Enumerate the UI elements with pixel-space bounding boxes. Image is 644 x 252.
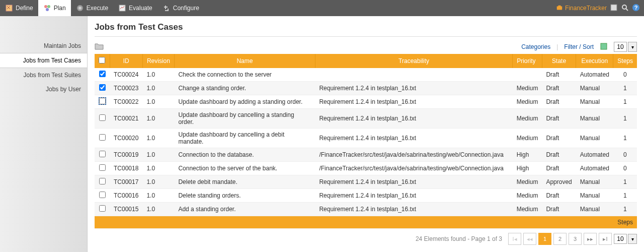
row-checkbox[interactable]	[99, 71, 106, 77]
cell-priority: High	[513, 148, 542, 162]
svg-line-11	[626, 9, 628, 11]
cell-execution: Automated	[576, 162, 613, 175]
cell-name: Change a standing order.	[174, 82, 315, 95]
cell-traceability: Requirement 1.2.4 in testplan_16.txt	[315, 95, 512, 109]
cell-execution: Manual	[576, 95, 613, 109]
sidebar-item-maintain-jobs[interactable]: Maintain Jobs	[0, 39, 87, 53]
nav-label: Define	[16, 5, 33, 12]
cell-id[interactable]: TC00015	[110, 203, 142, 216]
pager-next[interactable]: ▸▸	[584, 233, 597, 245]
history-icon[interactable]	[610, 4, 618, 13]
cell-id[interactable]: TC00022	[110, 95, 142, 109]
cell-id[interactable]: TC00020	[110, 129, 142, 148]
folder-icon[interactable]	[95, 42, 104, 52]
cell-steps[interactable]: 1	[613, 82, 637, 95]
sidebar: Maintain JobsJobs from Test CasesJobs fr…	[0, 16, 88, 252]
cell-revision: 1.0	[142, 189, 174, 203]
col-state[interactable]: State	[542, 54, 576, 68]
table-toolbar: Categories | Filter / Sort ▾	[95, 42, 637, 52]
pager-prev[interactable]: ◂◂	[523, 233, 536, 245]
categories-link[interactable]: Categories	[521, 43, 550, 50]
cell-priority: Medium	[513, 175, 542, 189]
page-size-input[interactable]	[614, 42, 627, 52]
nav-define[interactable]: Define	[0, 0, 38, 16]
nav-label: Plan	[54, 5, 66, 12]
cell-priority: Medium	[513, 189, 542, 203]
sidebar-item-jobs-from-test-cases[interactable]: Jobs from Test Cases	[0, 53, 87, 68]
row-checkbox[interactable]	[99, 84, 106, 91]
cell-execution: Automated	[576, 68, 613, 82]
table-row: TC000211.0Update dashboard by cancelling…	[95, 109, 637, 129]
row-checkbox[interactable]	[99, 205, 106, 212]
row-checkbox[interactable]	[99, 151, 106, 157]
nav-evaluate[interactable]: Evaluate	[113, 0, 157, 16]
svg-point-3	[46, 8, 49, 11]
cell-id[interactable]: TC00018	[110, 162, 142, 175]
cell-id[interactable]: TC00021	[110, 109, 142, 129]
col-name[interactable]: Name	[174, 54, 315, 68]
cell-revision: 1.0	[142, 95, 174, 109]
export-icon[interactable]	[600, 42, 608, 52]
cell-traceability: Requirement 1.2.4 in testplan_16.txt	[315, 203, 512, 216]
row-checkbox[interactable]	[99, 114, 106, 121]
pager-page-2[interactable]: 2	[553, 233, 567, 245]
sidebar-item-jobs-by-user[interactable]: Jobs by User	[0, 82, 87, 96]
cell-id[interactable]: TC00024	[110, 68, 142, 82]
project-selector[interactable]: FinanceTracker	[556, 4, 607, 13]
cell-execution: Manual	[576, 189, 613, 203]
pager-first[interactable]: I◂	[508, 233, 521, 245]
page-size-bottom: ▾	[614, 234, 637, 244]
cell-steps[interactable]: 1	[613, 175, 637, 189]
col-revision[interactable]: Revision	[142, 54, 174, 68]
page-size-dropdown-bottom[interactable]: ▾	[628, 234, 637, 244]
col-priority[interactable]: Priority	[513, 54, 542, 68]
nav-execute[interactable]: Execute	[71, 0, 113, 16]
table-row: TC000171.0Delete debit mandate.Requireme…	[95, 175, 637, 189]
cell-steps[interactable]: 1	[613, 189, 637, 203]
cell-id[interactable]: TC00016	[110, 189, 142, 203]
nav-label: Configure	[173, 5, 199, 12]
col-steps[interactable]: Steps	[613, 54, 637, 68]
row-checkbox[interactable]	[99, 98, 106, 104]
cell-steps[interactable]: 0	[613, 148, 637, 162]
cell-execution: Manual	[576, 203, 613, 216]
col-execution[interactable]: Execution	[576, 54, 613, 68]
help-icon[interactable]: ?	[632, 4, 640, 13]
cell-priority: High	[513, 162, 542, 175]
cell-steps[interactable]: 0	[613, 68, 637, 82]
search-icon[interactable]	[621, 4, 629, 13]
cell-traceability: Requirement 1.2.4 in testplan_16.txt	[315, 129, 512, 148]
page-size-input-bottom[interactable]	[614, 234, 627, 244]
select-all-checkbox[interactable]	[99, 57, 105, 64]
row-checkbox[interactable]	[99, 164, 106, 171]
cell-state: Draft	[542, 162, 576, 175]
cell-steps[interactable]: 1	[613, 203, 637, 216]
cell-steps[interactable]: 1	[613, 109, 637, 129]
cell-steps[interactable]: 1	[613, 129, 637, 148]
topnav-left: DefinePlanExecuteEvaluateConfigure	[0, 0, 204, 16]
cell-id[interactable]: TC00019	[110, 148, 142, 162]
cell-revision: 1.0	[142, 68, 174, 82]
cell-steps[interactable]: 0	[613, 162, 637, 175]
svg-point-5	[78, 7, 82, 10]
row-checkbox[interactable]	[99, 178, 106, 184]
cell-id[interactable]: TC00023	[110, 82, 142, 95]
sidebar-item-jobs-from-test-suites[interactable]: Jobs from Test Suites	[0, 68, 87, 82]
pager-page-3[interactable]: 3	[569, 233, 582, 245]
cell-steps[interactable]: 1	[613, 95, 637, 109]
row-checkbox[interactable]	[99, 134, 106, 141]
row-checkbox[interactable]	[99, 192, 106, 198]
pager-last[interactable]: ▸I	[599, 233, 612, 245]
filter-sort-link[interactable]: Filter / Sort	[564, 43, 594, 50]
cell-name: Connection to the server of the bank.	[174, 162, 315, 175]
col-id[interactable]: ID	[110, 54, 142, 68]
col-traceability[interactable]: Traceability	[315, 54, 512, 68]
page-size-dropdown[interactable]: ▾	[628, 42, 637, 52]
cell-revision: 1.0	[142, 148, 174, 162]
page-title: Jobs from Test Cases	[95, 22, 637, 32]
pager-page-1[interactable]: 1	[538, 233, 551, 245]
cell-id[interactable]: TC00017	[110, 175, 142, 189]
cell-revision: 1.0	[142, 109, 174, 129]
nav-plan[interactable]: Plan	[38, 0, 71, 16]
nav-configure[interactable]: Configure	[157, 0, 204, 16]
